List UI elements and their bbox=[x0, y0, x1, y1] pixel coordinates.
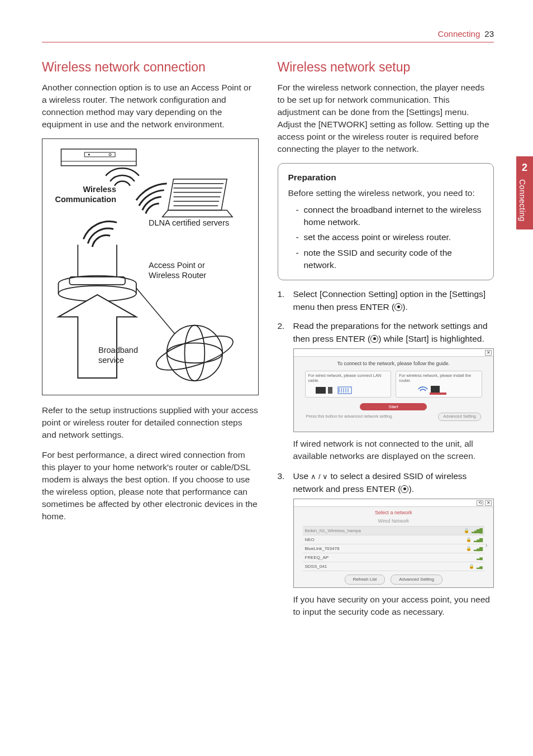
signal-icon: ▂▄ bbox=[477, 563, 482, 570]
diagram-label-ap-2: Wireless Router bbox=[149, 270, 206, 281]
network-list: Belkin_N1_Wireless_hampa 🔒▂▄▆█ NEO 🔒▂▄▆ … bbox=[303, 526, 485, 571]
diagram-label-bb-2: service bbox=[98, 355, 124, 366]
side-tab-number: 2 bbox=[516, 161, 533, 175]
svg-point-15 bbox=[167, 326, 223, 381]
up-down-arrows-icon: ∧ / ∨ bbox=[311, 472, 328, 481]
setup-steps: 1. Select [Connection Setting] option in… bbox=[278, 288, 494, 618]
screenshot-start-button[interactable]: Start bbox=[360, 403, 427, 410]
step-text-end: ). bbox=[402, 302, 407, 312]
step-3-followup: If you have security on your access poin… bbox=[293, 594, 494, 618]
signal-icon: ▂▄▆█ bbox=[472, 528, 482, 534]
back-icon[interactable]: ⟲ bbox=[477, 500, 483, 506]
step-number: 2. bbox=[278, 320, 285, 332]
network-row[interactable]: SDSS_041 🔒▂▄ bbox=[303, 562, 485, 571]
network-ssid: FREEQ_AP bbox=[305, 554, 329, 561]
network-ssid: Belkin_N1_Wireless_hampa bbox=[305, 528, 361, 534]
network-row[interactable]: FREEQ_AP ▂▄ bbox=[303, 553, 485, 562]
header-section: Connecting bbox=[437, 28, 480, 40]
step-number: 3. bbox=[278, 470, 285, 482]
step-text: Select [Connection Setting] option in th… bbox=[293, 289, 486, 311]
network-ssid: NEO bbox=[305, 537, 315, 543]
screenshot-wireless-panel: For wireless network, please install the… bbox=[396, 371, 482, 398]
network-diagram: Wireless Communication DLNA certified se… bbox=[42, 138, 259, 395]
wired-illustration-icon bbox=[306, 384, 391, 396]
header-page-number: 23 bbox=[484, 28, 494, 40]
step-2-followup: If wired network is not connected to the… bbox=[293, 438, 494, 462]
side-tab-label: Connecting bbox=[516, 179, 527, 222]
enter-icon bbox=[401, 485, 408, 493]
lock-icon: 🔒 bbox=[469, 563, 474, 570]
svg-point-17 bbox=[184, 326, 204, 381]
svg-rect-0 bbox=[61, 149, 136, 166]
svg-line-19 bbox=[136, 288, 175, 334]
screenshot-network-list: ⟲ ✕ Select a network Wired Network Belki… bbox=[293, 499, 494, 588]
preparation-item: note the SSID and security code of the n… bbox=[296, 247, 484, 271]
screenshot-advanced-setting-button[interactable]: Advanced Setting bbox=[438, 413, 481, 421]
preparation-item: connect the broadband internet to the wi… bbox=[296, 204, 484, 228]
chevron-right-icon[interactable]: › bbox=[485, 539, 488, 551]
svg-rect-28 bbox=[431, 386, 440, 393]
enter-icon bbox=[394, 303, 402, 311]
signal-icon: ▂▄▆ bbox=[474, 546, 482, 552]
screenshot-wired-text: For wired network, please connect LAN ca… bbox=[308, 373, 382, 383]
diagram-label-dlna: DLNA certified servers bbox=[149, 217, 229, 228]
screenshot-advanced-hint: Press this button for advanced network s… bbox=[306, 414, 393, 420]
svg-point-2 bbox=[88, 154, 90, 156]
screenshot-titlebar: ✕ bbox=[294, 349, 494, 357]
svg-point-3 bbox=[109, 154, 111, 156]
preparation-list: connect the broadband internet to the wi… bbox=[288, 204, 484, 271]
network-row[interactable]: BlueLink_703478 🔒▂▄▆ bbox=[303, 544, 485, 553]
preparation-title: Preparation bbox=[288, 171, 484, 184]
screenshot-wired-network-label: Wired Network bbox=[303, 518, 485, 524]
network-ssid: BlueLink_703478 bbox=[305, 546, 340, 552]
svg-rect-12 bbox=[69, 277, 125, 285]
left-heading: Wireless network connection bbox=[42, 58, 259, 76]
svg-point-16 bbox=[167, 343, 223, 363]
diagram-label-wireless-2: Communication bbox=[40, 194, 116, 205]
page-header: Connecting 23 bbox=[42, 28, 494, 42]
refresh-list-button[interactable]: Refresh List bbox=[345, 575, 386, 585]
svg-rect-20 bbox=[316, 387, 326, 394]
right-intro: For the wireless network connection, the… bbox=[278, 82, 494, 155]
svg-rect-21 bbox=[328, 387, 332, 394]
left-column: Wireless network connection Another conn… bbox=[42, 58, 259, 626]
step-text-end: ) while [Start] is highlighted. bbox=[378, 334, 484, 343]
svg-rect-29 bbox=[430, 393, 446, 395]
close-icon[interactable]: ✕ bbox=[485, 350, 492, 356]
content-columns: Wireless network connection Another conn… bbox=[42, 58, 494, 626]
lock-icon: 🔒 bbox=[464, 528, 469, 534]
preparation-lead: Before setting the wireless network, you… bbox=[288, 187, 484, 199]
network-row[interactable]: Belkin_N1_Wireless_hampa 🔒▂▄▆█ bbox=[303, 527, 485, 535]
left-paragraph-2: Refer to the setup instructions supplied… bbox=[42, 404, 259, 441]
wireless-illustration-icon bbox=[396, 382, 482, 396]
signal-icon: ▂▄ bbox=[477, 554, 482, 561]
step-text-end: ). bbox=[408, 484, 413, 494]
network-ssid: SDSS_041 bbox=[305, 563, 327, 570]
advanced-setting-button[interactable]: Advanced Setting bbox=[391, 575, 442, 585]
signal-icon: ▂▄▆ bbox=[474, 537, 482, 543]
screenshot-wireless-text: For wireless network, please install the… bbox=[399, 373, 471, 383]
svg-point-18 bbox=[153, 329, 236, 377]
preparation-box: Preparation Before setting the wireless … bbox=[278, 163, 494, 280]
preparation-item: set the access point or wireless router. bbox=[296, 231, 484, 243]
screenshot-connection-guide: ✕ To connect to the network, please foll… bbox=[293, 348, 494, 432]
screenshot-wired-panel: For wired network, please connect LAN ca… bbox=[305, 371, 392, 398]
right-heading: Wireless network setup bbox=[278, 58, 494, 76]
side-tab: 2 Connecting bbox=[516, 156, 533, 229]
step-text: Use bbox=[293, 471, 311, 481]
left-paragraph-3: For best performance, a direct wired con… bbox=[42, 449, 259, 523]
screenshot-select-network-title: Select a network bbox=[303, 509, 485, 516]
step-number: 1. bbox=[278, 288, 285, 300]
network-row[interactable]: NEO 🔒▂▄▆ bbox=[303, 535, 485, 544]
close-icon[interactable]: ✕ bbox=[485, 500, 492, 506]
screenshot-titlebar: ⟲ ✕ bbox=[294, 499, 494, 507]
enter-icon bbox=[370, 335, 378, 343]
lock-icon: 🔒 bbox=[466, 546, 472, 552]
svg-rect-22 bbox=[338, 387, 351, 394]
step-2: 2. Read the preparations for the network… bbox=[278, 320, 494, 462]
screenshot-guide-text: To connect to the network, please follow… bbox=[294, 360, 494, 367]
step-1: 1. Select [Connection Setting] option in… bbox=[278, 288, 494, 313]
lock-icon: 🔒 bbox=[466, 537, 472, 543]
step-3: 3. Use ∧ / ∨ to select a desired SSID of… bbox=[278, 470, 494, 618]
left-intro: Another connection option is to use an A… bbox=[42, 82, 259, 131]
